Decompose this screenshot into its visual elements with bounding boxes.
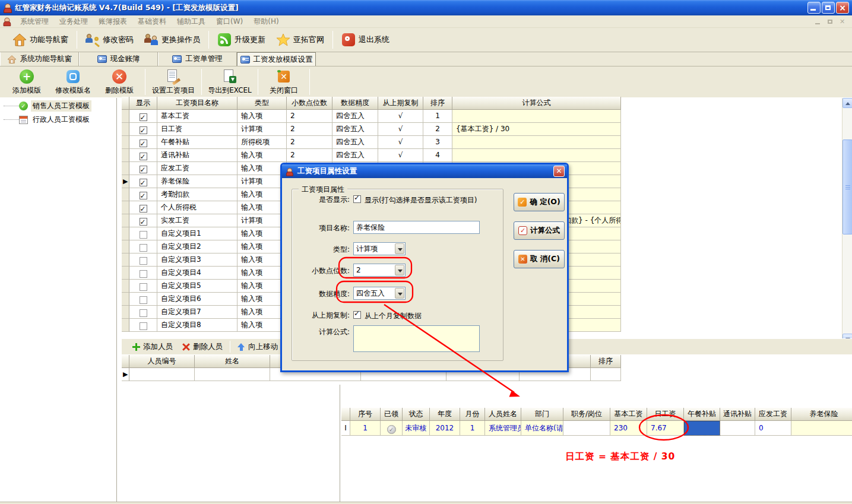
- decimals-cell[interactable]: 2: [287, 123, 332, 136]
- ok-button[interactable]: 确 定(O): [514, 193, 565, 211]
- formula-button[interactable]: 计算公式: [514, 221, 565, 240]
- precision-cell[interactable]: 四舍五入: [332, 110, 378, 123]
- order-cell[interactable]: 3: [423, 136, 452, 149]
- column-header[interactable]: [122, 97, 129, 110]
- item-name-cell[interactable]: 个人所得税: [157, 201, 237, 214]
- item-name-cell[interactable]: 自定义项目1: [157, 227, 237, 240]
- column-header[interactable]: 姓名: [195, 355, 270, 368]
- column-header[interactable]: 已领: [381, 408, 403, 421]
- dialog-close-button[interactable]: ✕: [553, 166, 565, 177]
- menu-business[interactable]: 业务处理: [54, 15, 93, 28]
- column-header[interactable]: 应发工资: [755, 408, 791, 421]
- pension-cell[interactable]: [791, 421, 852, 436]
- row-show-checkbox[interactable]: [140, 322, 147, 330]
- close-window-button[interactable]: ✕ 关闭窗口: [261, 68, 307, 96]
- person-name-cell[interactable]: 系统管理员: [485, 421, 521, 436]
- row-selector[interactable]: [122, 280, 129, 293]
- row-selector[interactable]: [122, 227, 129, 240]
- item-name-cell[interactable]: 午餐补贴: [157, 136, 237, 149]
- chevron-down-icon[interactable]: [395, 265, 404, 275]
- type-cell[interactable]: 计算项: [237, 214, 287, 227]
- column-header[interactable]: [341, 408, 350, 421]
- precision-cell[interactable]: 四舍五入: [332, 149, 378, 162]
- base-salary-cell[interactable]: 230: [610, 421, 647, 436]
- show-checkbox-cell[interactable]: [129, 267, 157, 280]
- decimals-cell[interactable]: 2: [287, 136, 332, 149]
- menu-basedata[interactable]: 基础资料: [132, 15, 172, 28]
- item-name-input[interactable]: 养老保险: [353, 221, 480, 234]
- row-selector[interactable]: [122, 123, 129, 136]
- column-header[interactable]: 计算公式: [452, 97, 621, 110]
- export-excel-button[interactable]: 导出到EXCEL: [204, 68, 255, 96]
- received-cell[interactable]: [381, 421, 403, 436]
- row-selector[interactable]: [122, 240, 129, 253]
- row-show-checkbox[interactable]: [140, 179, 147, 186]
- show-checkbox-cell[interactable]: [129, 136, 157, 149]
- show-checkbox-cell[interactable]: [129, 175, 157, 188]
- show-checkbox-cell[interactable]: [129, 319, 157, 332]
- comm-allowance-cell[interactable]: [720, 421, 755, 436]
- item-name-cell[interactable]: 应发工资: [157, 162, 237, 175]
- show-checkbox-cell[interactable]: [129, 280, 157, 293]
- column-header[interactable]: 显示: [129, 97, 157, 110]
- row-show-checkbox[interactable]: [140, 257, 147, 265]
- type-cell[interactable]: 计算项: [237, 175, 287, 188]
- delete-template-button[interactable]: ✕ 删除模版: [96, 68, 142, 96]
- menu-system[interactable]: 系统管理: [15, 15, 54, 28]
- empty-cell[interactable]: [195, 368, 270, 381]
- copy-cell[interactable]: √: [378, 110, 423, 123]
- tab-payslip-manage[interactable]: 工资单管理: [158, 52, 237, 66]
- year-cell[interactable]: 2012: [430, 421, 460, 436]
- upgrade-button[interactable]: 升级更新: [212, 30, 271, 49]
- show-checkbox-cell[interactable]: [129, 214, 157, 227]
- scroll-up-button[interactable]: [843, 98, 852, 108]
- type-cell[interactable]: 所得税项: [237, 136, 287, 149]
- switch-operator-button[interactable]: 更换操作员: [139, 30, 205, 49]
- chevron-down-icon[interactable]: [395, 288, 404, 299]
- row-selector[interactable]: [122, 201, 129, 214]
- formula-cell[interactable]: [452, 149, 621, 162]
- type-cell[interactable]: 输入项: [237, 110, 287, 123]
- order-cell[interactable]: 1: [423, 110, 452, 123]
- decimals-cell[interactable]: 2: [287, 149, 332, 162]
- column-header[interactable]: 日工资: [647, 408, 684, 421]
- column-header[interactable]: 养老保险: [791, 408, 852, 421]
- row-selector[interactable]: [122, 162, 129, 175]
- close-button[interactable]: ×: [836, 2, 849, 14]
- show-checkbox-cell[interactable]: [129, 162, 157, 175]
- row-selector[interactable]: [122, 136, 129, 149]
- cancel-button[interactable]: 取 消(C): [514, 250, 565, 268]
- tree-item-admin-template[interactable]: 行政人员工资模板: [0, 114, 116, 125]
- column-header[interactable]: 通讯补贴: [720, 408, 755, 421]
- item-name-cell[interactable]: 实发工资: [157, 214, 237, 227]
- row-selector[interactable]: [122, 110, 129, 123]
- row-selector[interactable]: ▶: [122, 368, 129, 381]
- copy-checkbox[interactable]: [353, 311, 361, 319]
- row-show-checkbox[interactable]: [140, 113, 147, 121]
- row-show-checkbox[interactable]: [140, 140, 147, 147]
- add-template-button[interactable]: + 添加模版: [4, 68, 50, 96]
- show-checkbox-cell[interactable]: [129, 240, 157, 253]
- row-selector[interactable]: [122, 214, 129, 227]
- row-show-checkbox[interactable]: [140, 153, 147, 160]
- row-selector[interactable]: [122, 267, 129, 280]
- item-name-cell[interactable]: 基本工资: [157, 110, 237, 123]
- item-name-cell[interactable]: 自定义项目2: [157, 240, 237, 253]
- copy-cell[interactable]: √: [378, 136, 423, 149]
- type-cell[interactable]: 输入项: [237, 149, 287, 162]
- type-cell[interactable]: 输入项: [237, 240, 287, 253]
- show-checkbox-cell[interactable]: [129, 201, 157, 214]
- status-cell[interactable]: 未审核: [403, 421, 430, 436]
- formula-cell[interactable]: {基本工资} / 30: [452, 123, 621, 136]
- chevron-down-icon[interactable]: [395, 243, 404, 254]
- column-header[interactable]: 排序: [423, 97, 452, 110]
- item-name-cell[interactable]: 自定义项目7: [157, 306, 237, 319]
- mdi-minimize-button[interactable]: [813, 18, 824, 26]
- type-cell[interactable]: 输入项: [237, 201, 287, 214]
- show-checkbox-cell[interactable]: [129, 227, 157, 240]
- column-header[interactable]: 从上期复制: [378, 97, 423, 110]
- row-show-checkbox[interactable]: [140, 126, 147, 134]
- column-header[interactable]: 类型: [237, 97, 287, 110]
- move-up-button[interactable]: 向上移动: [233, 340, 283, 354]
- type-cell[interactable]: 输入项: [237, 253, 287, 267]
